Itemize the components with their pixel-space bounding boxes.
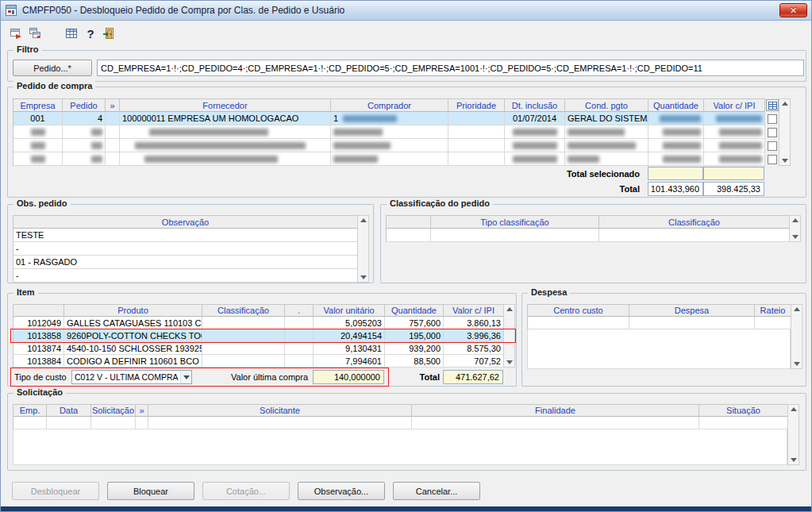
desbloquear-button[interactable]: Desbloquear [12,482,99,500]
close-button[interactable]: ✕ [779,3,807,17]
col-header-prioridade[interactable]: Prioridade [448,98,505,112]
col-header-dt-inclusao[interactable]: Dt. inclusão [505,98,565,112]
col-header-situacao[interactable]: Situação [699,404,788,417]
forms-icon[interactable] [26,25,44,42]
redacted-text [144,156,278,163]
obs-scrollbar[interactable] [357,215,369,283]
pedido-grid-scrollbar[interactable] [779,98,791,166]
obs-row[interactable]: - [13,242,358,256]
filter-expression-field[interactable]: CD_EMPRESA=1·!·;CD_PEDIDO=4·;CD_EMPRESA=… [97,60,804,76]
row-checkbox[interactable] [768,155,777,164]
col-header-dot[interactable]: . [285,304,314,317]
scroll-down-icon [791,458,797,462]
pedido-filter-button[interactable]: Pedido...* [13,60,92,76]
pedido-group-label: Pedido de compra [13,81,95,90]
classificacao-row-empty[interactable] [386,229,790,242]
table-icon [64,26,79,40]
item-row[interactable]: 1013884 CODIGO A DEFINIR 110601 BCO U 7,… [13,355,504,368]
cell-valor-unitario: 20,494154 [314,329,385,342]
cell-valor-unitario: 5,095203 [314,317,385,329]
help-button[interactable]: ? [82,25,99,42]
col-header-fornecedor[interactable]: Fornecedor [120,98,331,112]
col-header-comprador[interactable]: Comprador [331,98,448,112]
help-icon: ? [87,27,94,40]
despesa-group: Despesa Centro custo Despesa Rateio [521,293,806,387]
pedido-row-redacted[interactable] [13,139,779,152]
obs-pedido-group: Obs. pedido Observação TESTE - 01 - RASG… [7,204,374,283]
solicitacao-grid-header: Emp. Data Solicitação » Solicitante Fina… [13,404,788,417]
col-header-emp[interactable]: Emp. [13,404,47,417]
col-header-rateio[interactable]: Rateio [755,304,791,317]
item-grid-scrollbar[interactable] [503,304,515,368]
cell-quantidade: 195,000 [385,329,444,342]
row-checkbox[interactable] [768,141,777,151]
pedido-row-redacted[interactable] [13,125,779,139]
obs-row[interactable]: TESTE [13,229,358,242]
col-header-quantidade[interactable]: Quantidade [648,98,704,112]
item-group-label: Item [13,287,38,297]
col-header-cond-pgto[interactable]: Cond. pgto [565,98,648,112]
cell-classificacao [202,317,285,329]
col-header-codigo[interactable] [13,304,64,317]
col-header-data[interactable]: Data [47,404,91,417]
item-row[interactable]: 1013874 4540-10-150 SCHLOSSER 193925 AZ … [13,342,504,355]
col-header-classificacao[interactable]: Classificação [599,215,790,229]
observacao-button[interactable]: Observação... [298,482,385,500]
classificacao-scrollbar[interactable] [789,215,801,242]
col-header-despesa[interactable]: Despesa [629,304,755,317]
cell-valor-ipi [704,112,765,125]
col-header-quantidade[interactable]: Quantidade [385,304,444,317]
bloquear-button[interactable]: Bloquear [107,482,194,500]
col-header-solicitante[interactable]: Solicitante [148,404,412,417]
item-row-selected[interactable]: 1013858 9260POLY-COTTON CHECKS TOOTA 20,… [13,329,504,342]
item-total-label: Total [400,372,440,382]
col-header-valor-unitario[interactable]: Valor unitário [314,304,385,317]
form-icon[interactable] [7,25,25,42]
redacted-text [333,156,378,163]
solicitacao-group-label: Solicitação [13,387,66,397]
select-all-grid-button[interactable] [766,99,779,111]
row-checkbox[interactable] [768,128,777,137]
col-header-classificacao[interactable]: Classificação [202,304,285,317]
col-header-centro-custo[interactable]: Centro custo [528,304,629,317]
exit-button[interactable] [101,25,118,42]
combo-dropdown-icon[interactable] [180,371,191,383]
solicitacao-scrollbar[interactable] [787,404,799,465]
cell-observacao: 01 - RASGADO [13,256,358,269]
solicitacao-row-empty[interactable] [13,417,788,429]
row-checkbox[interactable] [768,114,777,124]
redacted-text [568,142,636,149]
valor-ultima-compra-field[interactable]: 140,000000 [313,370,384,384]
col-header-pedido[interactable]: Pedido [63,98,106,112]
col-header-blank[interactable] [387,215,431,229]
col-header-finalidade[interactable]: Finalidade [412,404,699,417]
cotacao-button[interactable]: Cotação... [202,482,290,500]
col-header-tipo-classificacao[interactable]: Tipo classificação [431,215,599,229]
cell-produto: GALLES CATAGUASES 110103 CRE [64,317,202,329]
pedido-row-redacted[interactable] [13,152,779,166]
window-title: CMPFP050 - Desbloqueio Pedido de Compra … [22,5,344,16]
col-header-produto[interactable]: Produto [64,304,202,317]
col-header-observacao[interactable]: Observação [13,215,358,229]
col-header-chevron[interactable]: » [136,404,148,417]
col-header-valor-ipi[interactable]: Valor c/ IPI [704,98,765,112]
obs-row[interactable]: - [13,269,358,283]
cell-produto: CODIGO A DEFINIR 110601 BCO U [64,355,202,368]
obs-row[interactable]: 01 - RASGADO [13,256,358,269]
scroll-down-icon [792,235,799,239]
tipo-custo-combobox[interactable]: C012 V - ULTIMA COMPRA [71,370,192,384]
col-header-solicitacao[interactable]: Solicitação [91,404,136,417]
cancelar-button[interactable]: Cancelar... [393,482,480,500]
obs-grid-header: Observação [13,215,358,229]
total-selecionado-valor-field [703,167,764,180]
col-header-empresa[interactable]: Empresa [13,98,63,112]
despesa-row-empty[interactable] [527,317,791,329]
grid-icon[interactable] [63,25,80,42]
item-row[interactable]: 1012049 GALLES CATAGUASES 110103 CRE 5,0… [13,317,504,329]
redacted-text [513,129,557,136]
pedido-row-selected[interactable]: 001 4 100000011 EMPRESA UM HOMOLOGACAO 1… [13,112,779,125]
despesa-scrollbar[interactable] [791,304,802,369]
cell-cond-pgto: GERAL DO SISTEMA [565,112,648,125]
col-header-valor-ipi[interactable]: Valor c/ IPI [444,304,504,317]
col-header-chevron[interactable]: » [106,98,120,112]
